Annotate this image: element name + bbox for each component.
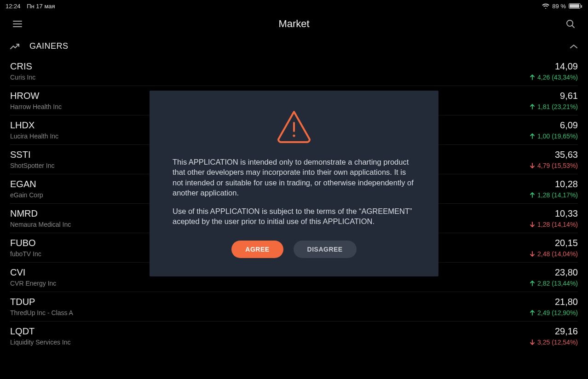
stock-change: 1,00 (19,65%): [529, 132, 578, 140]
arrow-up-icon: [529, 103, 536, 110]
arrow-down-icon: [529, 162, 536, 169]
stock-row[interactable]: CRISCuris Inc14,094,26 (43,34%): [10, 57, 578, 86]
stock-company: Lucira Health Inc: [10, 132, 58, 140]
search-button[interactable]: [564, 17, 577, 30]
stock-change: 2,82 (13,44%): [529, 280, 578, 287]
modal-text: This APPLICATION is intended only to dem…: [173, 157, 415, 235]
stock-company: Harrow Health Inc: [10, 103, 62, 110]
stock-change-value: 1,28 (14,14%): [537, 221, 578, 228]
battery-percent: 89 %: [552, 3, 566, 10]
arrow-up-icon: [529, 74, 536, 80]
stock-ticker: EGAN: [10, 179, 43, 190]
stock-change-value: 4,26 (43,34%): [537, 74, 578, 81]
chevron-up-icon: [570, 44, 578, 49]
stock-row-right: 29,163,25 (12,54%): [529, 326, 578, 346]
stock-change-value: 2,48 (14,04%): [537, 250, 578, 258]
stock-company: ShotSpotter Inc: [10, 162, 55, 169]
stock-row-right: 14,094,26 (43,34%): [529, 61, 578, 81]
section-title: GAINERS: [29, 41, 69, 51]
arrow-up-icon: [529, 133, 536, 139]
stock-row-right: 35,634,79 (15,53%): [529, 149, 578, 169]
stock-company: ThredUp Inc - Class A: [10, 309, 73, 316]
stock-ticker: TDUP: [10, 297, 73, 307]
stock-row-right: 23,802,82 (13,44%): [529, 267, 578, 287]
disclaimer-modal: This APPLICATION is intended only to dem…: [150, 91, 438, 276]
warning-icon: [276, 109, 312, 143]
app-header: Market: [0, 12, 588, 36]
stock-row-left: NMRDNemaura Medical Inc: [10, 208, 71, 228]
stock-price: 23,80: [555, 267, 578, 278]
stock-change-value: 4,79 (15,53%): [537, 162, 578, 169]
stock-company: Curis Inc: [10, 74, 35, 81]
arrow-up-icon: [529, 310, 536, 316]
stock-price: 21,80: [555, 297, 578, 307]
stock-change: 1,28 (14,14%): [529, 221, 578, 228]
stock-company: fuboTV Inc: [10, 250, 41, 258]
stock-row-right: 9,611,81 (23,21%): [529, 91, 578, 110]
stock-row[interactable]: LQDTLiquidity Services Inc29,163,25 (12,…: [10, 322, 578, 350]
stock-change: 4,26 (43,34%): [529, 74, 578, 81]
modal-paragraph-1: This APPLICATION is intended only to dem…: [173, 157, 415, 198]
stock-ticker: FUBO: [10, 238, 41, 248]
stock-change-value: 2,49 (12,90%): [537, 309, 578, 316]
stock-company: Nemaura Medical Inc: [10, 221, 71, 228]
modal-buttons: AGREE DISAGREE: [231, 241, 356, 258]
stock-ticker: SSTI: [10, 149, 55, 160]
stock-row-left: LQDTLiquidity Services Inc: [10, 326, 71, 346]
stock-company: eGain Corp: [10, 191, 43, 199]
agree-button[interactable]: AGREE: [231, 241, 283, 258]
stock-company: Liquidity Services Inc: [10, 339, 71, 346]
stock-price: 10,28: [555, 179, 578, 190]
disagree-button[interactable]: DISAGREE: [294, 241, 357, 258]
status-bar: 12:24 Пн 17 мая 89 %: [0, 0, 588, 12]
stock-change: 1,81 (23,21%): [529, 103, 578, 110]
stock-company: CVR Energy Inc: [10, 280, 56, 287]
stock-ticker: CVI: [10, 267, 56, 278]
status-left: 12:24 Пн 17 мая: [6, 3, 60, 10]
stock-price: 9,61: [560, 91, 578, 101]
stock-change-value: 3,25 (12,54%): [537, 339, 578, 346]
stock-ticker: LHDX: [10, 120, 58, 131]
stock-change: 2,49 (12,90%): [529, 309, 578, 316]
stock-change-value: 1,00 (19,65%): [537, 132, 578, 140]
stock-row-right: 6,091,00 (19,65%): [529, 120, 578, 140]
status-time: 12:24: [6, 3, 21, 10]
section-header-gainers[interactable]: GAINERS: [0, 36, 588, 57]
status-date: Пн 17 мая: [27, 3, 55, 10]
stock-row-left: CRISCuris Inc: [10, 61, 35, 81]
stock-row-left: TDUPThredUp Inc - Class A: [10, 297, 73, 316]
stock-price: 20,15: [555, 238, 578, 248]
arrow-down-icon: [529, 251, 536, 257]
stock-price: 6,09: [560, 120, 578, 131]
arrow-down-icon: [529, 339, 536, 345]
wifi-icon: [542, 3, 549, 9]
stock-change-value: 1,28 (14,17%): [537, 191, 578, 199]
trending-up-icon: [10, 43, 20, 50]
modal-paragraph-2: Use of this APPLICATION is subject to th…: [173, 206, 415, 227]
stock-ticker: CRIS: [10, 61, 35, 72]
stock-ticker: LQDT: [10, 326, 71, 337]
page-title: Market: [278, 18, 309, 30]
stock-change: 3,25 (12,54%): [529, 339, 578, 346]
stock-row-right: 21,802,49 (12,90%): [529, 297, 578, 316]
stock-ticker: HROW: [10, 91, 62, 101]
arrow-down-icon: [529, 221, 536, 228]
stock-row-right: 10,281,28 (14,17%): [529, 179, 578, 199]
stock-row-left: CVICVR Energy Inc: [10, 267, 56, 287]
stock-row-right: 20,152,48 (14,04%): [529, 238, 578, 258]
stock-change: 1,28 (14,17%): [529, 191, 578, 199]
stock-change-value: 1,81 (23,21%): [537, 103, 578, 110]
stock-row-left: EGANeGain Corp: [10, 179, 43, 199]
arrow-up-icon: [529, 192, 536, 198]
stock-row-left: LHDXLucira Health Inc: [10, 120, 58, 140]
battery-icon: [569, 3, 581, 9]
stock-change-value: 2,82 (13,44%): [537, 280, 578, 287]
stock-ticker: NMRD: [10, 208, 71, 219]
svg-point-2: [293, 134, 295, 137]
stock-row-left: SSTIShotSpotter Inc: [10, 149, 55, 169]
stock-row[interactable]: TDUPThredUp Inc - Class A21,802,49 (12,9…: [10, 292, 578, 322]
menu-button[interactable]: [11, 17, 24, 30]
status-right: 89 %: [542, 3, 581, 10]
stock-change: 2,48 (14,04%): [529, 250, 578, 258]
stock-price: 14,09: [555, 61, 578, 72]
